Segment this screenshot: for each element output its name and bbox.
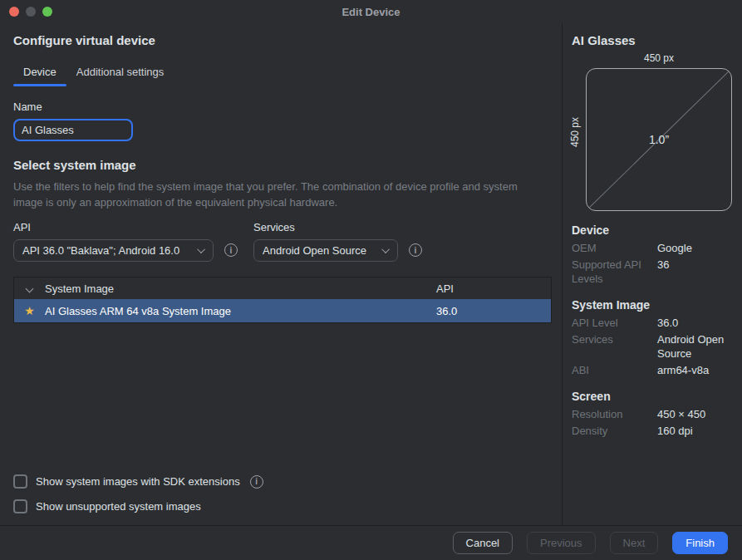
abi-value: arm64-v8a xyxy=(657,363,732,377)
resolution-label: Resolution xyxy=(572,407,657,421)
api-filter-select[interactable]: API 36.0 "Baklava"; Android 16.0 xyxy=(13,239,214,262)
system-image-table: System Image API ★ AI Glasses ARM 64 v8a… xyxy=(13,277,552,323)
tab-bar: Device Additional settings xyxy=(13,61,553,86)
filters-row: API API 36.0 "Baklava"; Android 16.0 i S… xyxy=(13,221,553,262)
close-window-icon[interactable] xyxy=(9,7,19,17)
unsupported-images-check-row: Show unsupported system images xyxy=(13,499,553,513)
table-row[interactable]: ★ AI Glasses ARM 64 v8a System Image 36.… xyxy=(14,299,551,322)
screen-height-label: 450 px xyxy=(569,117,581,147)
screen-width-label: 450 px xyxy=(586,52,732,64)
page-title: Configure virtual device xyxy=(13,33,553,47)
column-header-system-image[interactable]: System Image xyxy=(45,282,436,295)
services-value: Android Open Source xyxy=(657,332,732,361)
density-label: Density xyxy=(572,424,657,438)
services-info-icon[interactable]: i xyxy=(409,243,422,257)
dialog-footer: Cancel Previous Next Finish xyxy=(0,525,742,560)
cancel-button[interactable]: Cancel xyxy=(453,532,513,554)
api-filter-label: API xyxy=(13,221,214,233)
info-row: ABI arm64-v8a xyxy=(572,363,732,377)
info-row: API Level 36.0 xyxy=(572,316,732,330)
api-filter-group: API API 36.0 "Baklava"; Android 16.0 xyxy=(13,221,214,262)
show-unsupported-images-checkbox[interactable] xyxy=(13,499,27,513)
system-image-section: System Image API Level 36.0 Services And… xyxy=(572,298,732,377)
star-cell[interactable]: ★ xyxy=(14,305,45,317)
dialog-body: Configure virtual device Device Addition… xyxy=(0,23,742,525)
row-api-level: 36.0 xyxy=(436,305,551,317)
info-row: OEM Google xyxy=(572,241,732,255)
show-unsupported-images-label: Show unsupported system images xyxy=(36,500,201,513)
name-input[interactable] xyxy=(13,119,133,141)
info-row: Density 160 dpi xyxy=(572,424,732,438)
window-controls xyxy=(9,7,52,17)
finish-button[interactable]: Finish xyxy=(672,532,728,554)
minimize-window-icon xyxy=(26,7,36,17)
checkbox-group: Show system images with SDK extensions i… xyxy=(13,464,553,513)
device-section: Device OEM Google Supported API Levels 3… xyxy=(572,224,732,286)
table-header-row: System Image API xyxy=(14,278,551,299)
device-section-heading: Device xyxy=(572,224,732,237)
info-row: Resolution 450 × 450 xyxy=(572,407,732,421)
services-filter-group: Services Android Open Source xyxy=(253,221,398,262)
tab-device[interactable]: Device xyxy=(13,61,66,86)
select-system-image-heading: Select system image xyxy=(13,158,553,172)
zoom-window-icon[interactable] xyxy=(42,7,52,17)
chevron-down-icon xyxy=(197,245,205,253)
chevron-down-icon xyxy=(381,245,390,253)
show-sdk-extensions-checkbox[interactable] xyxy=(13,474,27,489)
screen-preview: 450 px 1.0” 450 px xyxy=(572,52,732,211)
screen-preview-box: 1.0” xyxy=(586,68,732,211)
star-icon: ★ xyxy=(24,305,35,317)
title-bar: Edit Device xyxy=(0,0,742,23)
services-label: Services xyxy=(572,332,657,361)
column-header-api[interactable]: API xyxy=(436,282,551,295)
info-row: Services Android Open Source xyxy=(572,332,732,361)
device-summary-pane: AI Glasses 450 px 1.0” 450 px Device OEM… xyxy=(562,23,742,525)
api-filter-value: API 36.0 "Baklava"; Android 16.0 xyxy=(22,244,179,257)
window-title: Edit Device xyxy=(342,6,400,18)
edit-device-dialog: Edit Device Configure virtual device Dev… xyxy=(0,0,742,560)
oem-value: Google xyxy=(657,241,732,255)
supported-api-levels-value: 36 xyxy=(657,258,732,286)
configure-pane: Configure virtual device Device Addition… xyxy=(0,23,562,525)
services-filter-label: Services xyxy=(253,221,398,233)
sdk-extensions-check-row: Show system images with SDK extensions i xyxy=(13,474,553,489)
table-collapse-cell[interactable] xyxy=(14,286,45,292)
info-row: Supported API Levels 36 xyxy=(572,258,732,286)
services-filter-value: Android Open Source xyxy=(263,244,366,257)
screen-section: Screen Resolution 450 × 450 Density 160 … xyxy=(572,390,732,438)
system-image-section-heading: System Image xyxy=(572,298,732,312)
resolution-value: 450 × 450 xyxy=(657,407,732,421)
api-info-icon[interactable]: i xyxy=(224,243,238,257)
row-system-image-name: AI Glasses ARM 64 v8a System Image xyxy=(45,305,436,317)
name-label: Name xyxy=(13,101,553,113)
api-level-label: API Level xyxy=(572,316,657,330)
supported-api-levels-label: Supported API Levels xyxy=(572,258,657,286)
abi-label: ABI xyxy=(572,363,657,377)
system-image-description: Use the filters to help find the system … xyxy=(13,179,549,210)
screen-diagonal-size: 1.0” xyxy=(649,133,669,146)
show-sdk-extensions-label: Show system images with SDK extensions xyxy=(36,475,240,488)
previous-button[interactable]: Previous xyxy=(527,532,596,554)
screen-section-heading: Screen xyxy=(572,390,732,403)
sdk-extensions-info-icon[interactable]: i xyxy=(250,475,263,489)
next-button[interactable]: Next xyxy=(610,532,659,554)
api-level-value: 36.0 xyxy=(657,316,732,330)
services-filter-select[interactable]: Android Open Source xyxy=(253,239,398,262)
tab-additional-settings[interactable]: Additional settings xyxy=(66,61,174,86)
density-value: 160 dpi xyxy=(657,424,732,438)
oem-label: OEM xyxy=(572,241,657,255)
device-summary-title: AI Glasses xyxy=(572,33,732,47)
chevron-down-icon xyxy=(26,284,34,292)
